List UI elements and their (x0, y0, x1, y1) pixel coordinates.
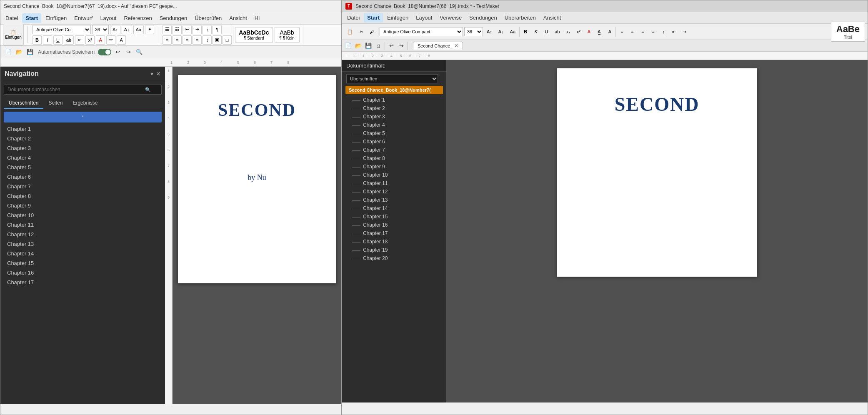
tm-align-right[interactable]: ≡ (638, 27, 647, 36)
word-menu-referenzen[interactable]: Referenzen (120, 13, 155, 23)
tm-tab-secondchance[interactable]: Second Chance_ ✕ (413, 42, 463, 50)
tm-outline-chapter-3[interactable]: Chapter 3 (342, 112, 446, 121)
word-clear-format-btn[interactable]: ✦ (145, 25, 154, 34)
tm-align-left[interactable]: ≡ (617, 27, 626, 36)
tm-outline-chapter-13[interactable]: Chapter 13 (342, 196, 446, 204)
tm-font-select[interactable]: Antique Olive Compact (380, 27, 463, 36)
word-menu-start[interactable]: Start (22, 13, 41, 23)
tm-outline-chapter-14[interactable]: Chapter 14 (342, 204, 446, 212)
word-nav-chapter-17[interactable]: Chapter 17 (0, 278, 165, 287)
tm-menu-sendungen[interactable]: Sendungen (466, 13, 500, 22)
word-menu-hi[interactable]: Hi (251, 13, 263, 23)
tm-outline-chapter-15[interactable]: Chapter 15 (342, 212, 446, 221)
tm-outline-chapter-8[interactable]: Chapter 8 (342, 154, 446, 162)
word-undo-btn[interactable]: ↩ (113, 48, 122, 57)
tm-menu-verweise[interactable]: Verweise (436, 13, 465, 22)
tm-superscript-btn[interactable]: x² (574, 27, 583, 36)
word-menu-sendungen[interactable]: Sendungen (156, 13, 191, 23)
tm-font-shrink-btn[interactable]: A↓ (496, 27, 506, 36)
tm-clear-format-btn[interactable]: A (605, 27, 614, 36)
tm-align-center[interactable]: ≡ (628, 27, 637, 36)
nav-tab-seiten[interactable]: Seiten (43, 98, 68, 109)
tm-tab-close[interactable]: ✕ (454, 43, 458, 49)
word-nav-chapter-15[interactable]: Chapter 15 (0, 258, 165, 268)
tm-outline-chapter-19[interactable]: Chapter 19 (342, 246, 446, 254)
word-nav-chapter-8[interactable]: Chapter 8 (0, 191, 165, 201)
tm-outline-chapter-4[interactable]: Chapter 4 (342, 121, 446, 129)
tm-charcolor-btn[interactable]: A (584, 27, 593, 36)
word-indent-inc-btn[interactable]: ⇥ (193, 25, 202, 34)
word-case-btn[interactable]: Aa (133, 25, 144, 34)
tm-bold-btn[interactable]: B (521, 27, 530, 36)
word-nav-chapter-14[interactable]: Chapter 14 (0, 249, 165, 258)
word-menu-ansicht[interactable]: Ansicht (226, 13, 250, 23)
word-strikethrough-btn[interactable]: ab (64, 35, 74, 45)
word-subscript-btn[interactable]: x₁ (75, 35, 84, 45)
tm-font-size[interactable]: 36 (464, 27, 483, 36)
tm-outline-chapter-20[interactable]: Chapter 20 (342, 254, 446, 262)
word-numlist-btn[interactable]: ☷ (173, 25, 182, 34)
tm-outline-chapter-16[interactable]: Chapter 16 (342, 221, 446, 229)
word-italic-btn[interactable]: I (43, 35, 52, 45)
word-nav-chapter-2[interactable]: Chapter 2 (0, 134, 165, 143)
word-bold-btn[interactable]: B (33, 35, 42, 45)
word-redo-btn[interactable]: ↪ (124, 48, 133, 57)
word-superscript-btn[interactable]: x² (85, 35, 95, 45)
word-menu-entwurf[interactable]: Entwurf (71, 13, 96, 23)
word-para-mark-btn[interactable]: ¶ (213, 25, 222, 34)
word-list-btn[interactable]: ☰ (163, 25, 172, 34)
tm-menu-ueberarbeiten[interactable]: Überarbeiten (501, 13, 539, 22)
nav-pin-btn[interactable]: ▾ (150, 70, 153, 77)
tm-outline-chapter-9[interactable]: Chapter 9 (342, 162, 446, 171)
word-linespace-btn[interactable]: ↕ (203, 35, 212, 45)
tm-indent-dec[interactable]: ⇤ (669, 27, 678, 36)
word-border-btn[interactable]: □ (223, 35, 232, 45)
word-menu-layout[interactable]: Layout (97, 13, 120, 23)
tm-outline-chapter-11[interactable]: Chapter 11 (342, 179, 446, 188)
tm-cut-btn[interactable]: ✂ (357, 27, 366, 36)
tm-outline-chapter-1[interactable]: Chapter 1 (342, 96, 446, 104)
tm-justify[interactable]: ≡ (648, 27, 658, 36)
word-nav-chapter-16[interactable]: Chapter 16 (0, 268, 165, 278)
word-nav-chapter-1[interactable]: Chapter 1 (0, 124, 165, 134)
tm-undo-btn[interactable]: ↩ (387, 41, 396, 50)
word-indent-dec-btn[interactable]: ⇤ (183, 25, 192, 34)
word-nav-chapter-4[interactable]: Chapter 4 (0, 153, 165, 162)
word-nav-chapter-10[interactable]: Chapter 10 (0, 210, 165, 220)
tm-outline-chapter-6[interactable]: Chapter 6 (342, 138, 446, 146)
tm-new-btn[interactable]: 📄 (344, 41, 353, 50)
word-style-standard[interactable]: AaBbCcDc ¶ Standard (235, 27, 273, 42)
word-menu-datei[interactable]: Datei (2, 13, 21, 23)
tm-linespace2[interactable]: ↕ (659, 27, 668, 36)
tm-outline-chapter-7[interactable]: Chapter 7 (342, 146, 446, 154)
tm-font-smaller-btn[interactable]: Aa (508, 27, 518, 36)
word-nav-chapter-3[interactable]: Chapter 3 (0, 143, 165, 153)
word-nav-chapter-13[interactable]: Chapter 13 (0, 239, 165, 249)
word-search-toolbar-btn[interactable]: 🔍 (135, 48, 144, 57)
word-underline-btn[interactable]: U (53, 35, 63, 45)
tm-indent-inc[interactable]: ⇥ (680, 27, 689, 36)
tm-style-card[interactable]: AaBe Titel (831, 22, 865, 42)
nav-tab-ergebnisse[interactable]: Ergebnisse (68, 98, 103, 109)
tm-clipboard-btn[interactable]: 📋 (345, 27, 355, 36)
word-shade-btn[interactable]: ▣ (213, 35, 222, 45)
word-menu-einfuegen[interactable]: Einfügen (42, 13, 70, 23)
tm-redo-btn[interactable]: ↪ (397, 41, 406, 50)
tm-menu-einfuegen[interactable]: Einfügen (384, 13, 412, 22)
tm-underline-btn[interactable]: U (542, 27, 551, 36)
tm-outline-chapter-2[interactable]: Chapter 2 (342, 104, 446, 112)
nav-close-btn[interactable]: ✕ (156, 70, 161, 77)
word-nav-chapter-9[interactable]: Chapter 9 (0, 201, 165, 210)
nav-tab-ueberschriften[interactable]: Überschriften (4, 98, 43, 109)
nav-search-input[interactable] (4, 85, 162, 95)
word-color-btn[interactable]: A (96, 35, 105, 45)
word-align-right-btn[interactable]: ≡ (183, 35, 192, 45)
word-nav-chapter-12[interactable]: Chapter 12 (0, 230, 165, 239)
word-style-kein[interactable]: AaBb ¶ ¶ Kein (275, 27, 300, 42)
tm-menu-ansicht[interactable]: Ansicht (540, 13, 565, 22)
word-font-select[interactable]: Antique Olive Cc (33, 25, 91, 34)
tm-italic-btn[interactable]: K (531, 27, 540, 36)
word-save-btn[interactable]: 💾 (25, 48, 35, 57)
word-nav-chapter-5[interactable]: Chapter 5 (0, 162, 165, 172)
word-open-btn[interactable]: 📂 (15, 48, 24, 57)
